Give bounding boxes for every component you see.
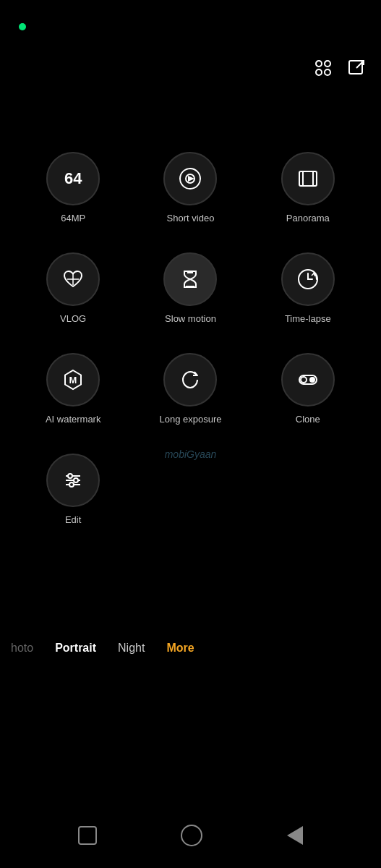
svg-point-20 xyxy=(69,482,74,487)
bottom-navigation xyxy=(0,825,381,846)
redo-icon xyxy=(177,367,203,393)
mode-short-video-circle xyxy=(163,152,217,205)
mode-vlog-circle xyxy=(46,252,100,306)
svg-point-1 xyxy=(325,61,330,67)
mode-panorama-label: Panorama xyxy=(286,213,330,224)
top-toolbar xyxy=(313,58,367,78)
panorama-icon xyxy=(295,166,321,192)
grid-apps-button[interactable] xyxy=(313,58,333,78)
mode-64mp-label: 64MP xyxy=(61,213,85,224)
back-button[interactable] xyxy=(287,826,303,845)
mode-64mp-circle: 64 xyxy=(46,152,100,205)
vlog-heart-icon xyxy=(60,266,86,292)
svg-text:M: M xyxy=(69,375,77,386)
mode-vlog[interactable]: VLOG xyxy=(14,252,132,324)
triangle-icon xyxy=(287,826,303,845)
svg-point-3 xyxy=(325,69,330,75)
hourglass-icon xyxy=(177,266,203,292)
cam-mode-photo[interactable]: hoto xyxy=(7,638,37,658)
mode-slow-motion-label: Slow motion xyxy=(165,313,216,324)
mode-64mp-icon: 64 xyxy=(64,169,82,188)
modes-grid: 64 64MP Short video Panorama xyxy=(0,145,381,532)
mode-vlog-label: VLOG xyxy=(60,313,86,324)
mode-edit-circle xyxy=(46,454,100,507)
mode-slow-motion[interactable]: Slow motion xyxy=(132,252,249,324)
mode-64mp[interactable]: 64 64MP xyxy=(14,152,132,224)
square-icon xyxy=(78,826,97,845)
svg-point-14 xyxy=(301,377,307,383)
mode-panorama-circle xyxy=(281,152,335,205)
play-circle-icon xyxy=(177,166,203,192)
cam-mode-portrait[interactable]: Portrait xyxy=(51,638,100,658)
mode-edit[interactable]: Edit xyxy=(14,454,132,525)
svg-rect-9 xyxy=(303,171,313,186)
mode-panorama[interactable]: Panorama xyxy=(249,152,367,224)
sliders-icon xyxy=(60,467,86,493)
recent-apps-button[interactable] xyxy=(78,826,97,845)
camera-modes-bar: hoto Portrait Night More xyxy=(0,638,381,658)
mode-ai-watermark[interactable]: M AI watermark xyxy=(14,353,132,425)
cam-mode-night[interactable]: Night xyxy=(114,638,148,658)
mode-time-lapse-label: Time-lapse xyxy=(285,313,331,324)
svg-point-18 xyxy=(68,474,72,478)
mode-long-exposure-label: Long exposure xyxy=(159,414,221,425)
mode-long-exposure[interactable]: Long exposure xyxy=(132,353,249,425)
cam-mode-more[interactable]: More xyxy=(163,638,197,658)
mode-time-lapse-circle xyxy=(281,252,335,306)
mode-ai-watermark-circle: M xyxy=(46,353,100,407)
time-lapse-icon xyxy=(295,266,321,292)
svg-rect-8 xyxy=(299,171,317,186)
mode-slow-motion-circle xyxy=(163,252,217,306)
svg-point-2 xyxy=(316,69,322,75)
svg-rect-4 xyxy=(349,61,362,74)
toggle-icon xyxy=(295,367,321,393)
mode-short-video-label: Short video xyxy=(167,213,215,224)
mode-time-lapse[interactable]: Time-lapse xyxy=(249,252,367,324)
mode-edit-label: Edit xyxy=(65,514,81,525)
mode-clone[interactable]: Clone xyxy=(249,353,367,425)
home-button[interactable] xyxy=(181,825,202,846)
status-indicator xyxy=(19,23,26,30)
mode-ai-watermark-label: AI watermark xyxy=(46,414,101,425)
mode-short-video[interactable]: Short video xyxy=(132,152,249,224)
svg-point-13 xyxy=(309,377,315,383)
hexagon-m-icon: M xyxy=(60,367,86,393)
svg-point-0 xyxy=(316,61,322,67)
mode-clone-label: Clone xyxy=(296,414,320,425)
mode-clone-circle xyxy=(281,353,335,407)
edit-button[interactable] xyxy=(346,58,367,78)
circle-icon xyxy=(181,825,202,846)
svg-point-19 xyxy=(74,478,78,482)
mode-long-exposure-circle xyxy=(163,353,217,407)
